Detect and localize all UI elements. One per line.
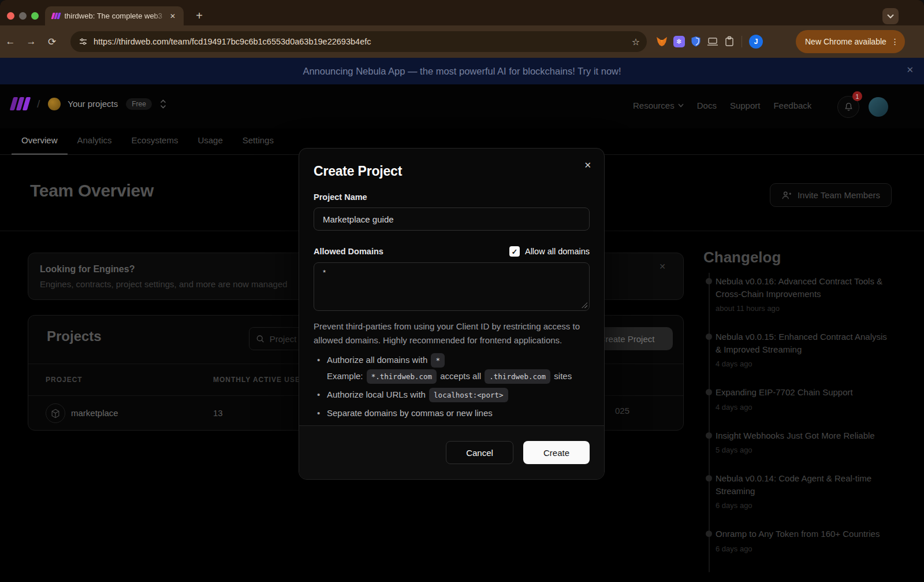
new-tab-button[interactable]: + bbox=[191, 7, 208, 24]
announcement-banner[interactable]: Announcing Nebula App — the most powerfu… bbox=[0, 58, 924, 84]
window-controls bbox=[7, 12, 39, 20]
changelog-entry-time: 4 days ago bbox=[716, 359, 892, 368]
browser-profile-avatar[interactable]: J bbox=[749, 35, 763, 49]
person-add-icon bbox=[781, 191, 792, 200]
code-chip: localhost:<port> bbox=[429, 388, 508, 402]
zoom-window-button[interactable] bbox=[31, 12, 39, 20]
modal-footer: Cancel Create bbox=[299, 425, 604, 479]
allow-all-checkbox[interactable]: ✓ bbox=[509, 246, 520, 257]
code-chip: *.thirdweb.com bbox=[367, 369, 437, 384]
changelog-list: Nebula v0.0.16: Advanced Contract Tools … bbox=[716, 275, 892, 571]
nav-docs[interactable]: Docs bbox=[697, 101, 717, 110]
bell-icon bbox=[844, 102, 854, 112]
close-window-button[interactable] bbox=[7, 12, 14, 20]
allowed-domains-textarea[interactable]: * bbox=[314, 262, 590, 311]
project-mau: 13 bbox=[213, 408, 223, 418]
changelog-entry-title[interactable]: Insight Webhooks Just Got More Reliable bbox=[716, 429, 892, 442]
projects-title: Projects bbox=[47, 328, 102, 344]
site-settings-icon[interactable] bbox=[79, 37, 88, 46]
column-header-project: PROJECT bbox=[46, 376, 83, 384]
user-avatar[interactable] bbox=[869, 97, 888, 117]
chevron-down-icon bbox=[887, 14, 894, 18]
changelog-entry-time: about 11 hours ago bbox=[716, 304, 892, 313]
changelog-title: Changelog bbox=[703, 249, 781, 266]
bullet-text: Authorize all domains with bbox=[327, 355, 427, 365]
tab-usage[interactable]: Usage bbox=[188, 128, 232, 155]
browser-window: thirdweb: The complete web3 ✕ + ← → ⟳ ht… bbox=[0, 0, 924, 582]
tab-title: thirdweb: The complete web3 bbox=[65, 12, 167, 20]
back-button[interactable]: ← bbox=[0, 36, 21, 47]
forward-button[interactable]: → bbox=[21, 36, 42, 47]
tab-close-icon[interactable]: ✕ bbox=[167, 11, 178, 21]
toolbar-divider bbox=[742, 36, 742, 47]
project-cube-icon bbox=[46, 403, 65, 423]
tab-search-button[interactable] bbox=[882, 8, 899, 24]
extensions-puzzle-icon[interactable] bbox=[724, 36, 735, 47]
cancel-button[interactable]: Cancel bbox=[446, 441, 513, 464]
bullet-authorize-local: Authorize local URLs with localhost:<por… bbox=[314, 388, 590, 402]
team-avatar[interactable] bbox=[48, 98, 61, 110]
reload-button[interactable]: ⟳ bbox=[42, 36, 62, 48]
chrome-update-button[interactable]: New Chrome available ⋮ bbox=[796, 30, 905, 53]
team-tabs: Overview Analytics Ecosystems Usage Sett… bbox=[12, 128, 284, 155]
nav-resources[interactable]: Resources bbox=[633, 101, 684, 110]
changelog-entry: Expanding EIP-7702 Chain Support 4 days … bbox=[716, 386, 892, 412]
announcement-text: Announcing Nebula App — the most powerfu… bbox=[303, 66, 621, 77]
changelog-entry: Nebula v0.0.14: Code Agent & Real-time S… bbox=[716, 472, 892, 510]
bookmark-star-icon[interactable]: ☆ bbox=[632, 36, 640, 47]
header-nav: Resources Docs Support Feedback bbox=[633, 101, 811, 110]
laptop-extension-icon[interactable] bbox=[707, 37, 718, 46]
changelog-entry: Insight Webhooks Just Got More Reliable … bbox=[716, 429, 892, 455]
breadcrumb[interactable]: Your projects bbox=[68, 99, 118, 109]
nav-feedback[interactable]: Feedback bbox=[773, 101, 811, 110]
changelog-entry: Nebula v0.0.15: Enhanced Contract Analys… bbox=[716, 331, 892, 368]
changelog-entry-title[interactable]: Onramp to Any Token from 160+ Countries bbox=[716, 528, 892, 540]
bullet-authorize-all: Authorize all domains with * Example: *.… bbox=[314, 353, 590, 384]
browser-toolbar: ← → ⟳ https://thirdweb.com/team/fcd19491… bbox=[0, 25, 924, 58]
address-bar[interactable]: https://thirdweb.com/team/fcd194917bc9c6… bbox=[70, 31, 647, 52]
site-header: / Your projects Free Resources Docs Supp… bbox=[0, 84, 924, 128]
page-title: Team Overview bbox=[30, 181, 154, 201]
allow-all-domains-control[interactable]: ✓ Allow all domains bbox=[509, 246, 590, 257]
engines-close-icon[interactable]: ✕ bbox=[659, 262, 666, 271]
column-header-mau: MONTHLY ACTIVE USERS bbox=[213, 376, 311, 384]
changelog-entry-title[interactable]: Expanding EIP-7702 Chain Support bbox=[716, 386, 892, 399]
metamask-fox-icon[interactable] bbox=[656, 36, 668, 47]
shield-extension-icon[interactable] bbox=[691, 36, 701, 47]
modal-title: Create Project bbox=[314, 164, 590, 179]
project-name[interactable]: marketplace bbox=[71, 408, 118, 418]
changelog-entry-title[interactable]: Nebula v0.0.16: Advanced Contract Tools … bbox=[716, 275, 892, 300]
changelog-entry-title[interactable]: Nebula v0.0.14: Code Agent & Real-time S… bbox=[716, 472, 892, 497]
modal-close-icon[interactable]: ✕ bbox=[584, 160, 591, 170]
changelog-entry: Nebula v0.0.16: Advanced Contract Tools … bbox=[716, 275, 892, 313]
changelog-entry: Onramp to Any Token from 160+ Countries … bbox=[716, 528, 892, 553]
bullet-text: Authorize local URLs with bbox=[327, 390, 426, 399]
create-button[interactable]: Create bbox=[523, 441, 590, 464]
minimize-window-button[interactable] bbox=[19, 12, 27, 20]
domains-textarea-wrap: * bbox=[314, 262, 590, 311]
team-switcher-icon[interactable] bbox=[160, 99, 166, 109]
nav-support[interactable]: Support bbox=[730, 101, 761, 110]
project-name-input[interactable] bbox=[314, 207, 590, 231]
extension-icons: ❄ J bbox=[656, 31, 763, 53]
changelog-entry-time: 4 days ago bbox=[716, 403, 892, 412]
tab-ecosystems[interactable]: Ecosystems bbox=[122, 128, 188, 155]
banner-close-icon[interactable]: ✕ bbox=[906, 65, 914, 75]
domains-bullet-list: Authorize all domains with * Example: *.… bbox=[314, 353, 590, 420]
snowflake-extension-icon[interactable]: ❄ bbox=[673, 36, 685, 47]
tab-analytics[interactable]: Analytics bbox=[68, 128, 122, 155]
thirdweb-logo[interactable] bbox=[12, 97, 29, 110]
notification-count-badge: 1 bbox=[852, 91, 862, 101]
tab-overview[interactable]: Overview bbox=[12, 128, 68, 155]
bullet-example-line: Example: *.thirdweb.com accepts all .thi… bbox=[327, 369, 590, 384]
invite-team-members-button[interactable]: Invite Team Members bbox=[770, 183, 892, 207]
browser-tab[interactable]: thirdweb: The complete web3 ✕ bbox=[45, 6, 184, 25]
bullet-separate-domains: Separate domains by commas or new lines bbox=[314, 406, 590, 420]
browser-menu-icon[interactable]: ⋮ bbox=[891, 37, 899, 46]
allow-all-label[interactable]: Allow all domains bbox=[525, 247, 590, 256]
tab-settings[interactable]: Settings bbox=[233, 128, 284, 155]
chevron-down-icon bbox=[678, 103, 684, 107]
invite-button-label: Invite Team Members bbox=[798, 190, 880, 200]
changelog-timeline bbox=[709, 273, 710, 572]
changelog-entry-title[interactable]: Nebula v0.0.15: Enhanced Contract Analys… bbox=[716, 331, 892, 355]
